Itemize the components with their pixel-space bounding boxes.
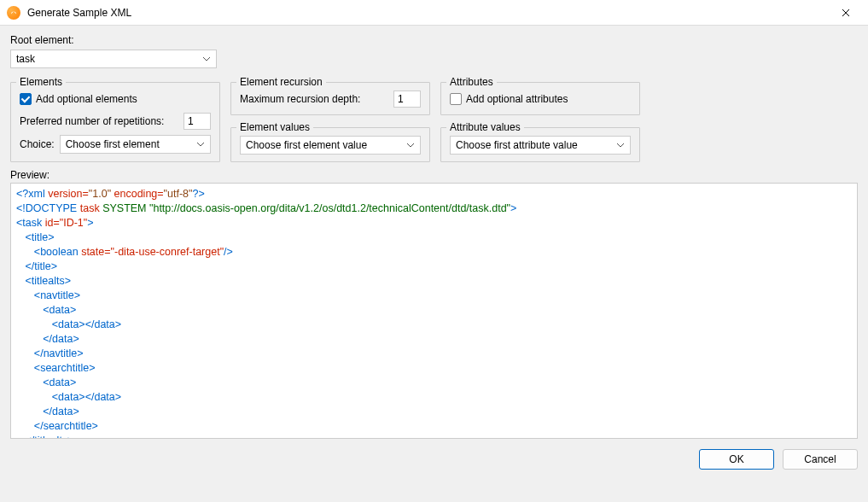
add-optional-attributes-label: Add optional attributes [466,93,568,105]
preferred-repetitions-label: Preferred number of repetitions: [20,115,164,127]
root-element-label: Root element: [10,34,858,46]
window-title: Generate Sample XML [27,7,830,19]
ok-button-label: OK [729,453,743,465]
element-values-value: Choose first element value [246,139,367,151]
close-button[interactable] [830,1,861,25]
root-element-value: task [16,53,35,65]
element-recursion-group: Element recursion Maximum recursion dept… [230,82,430,115]
element-recursion-legend: Element recursion [236,76,326,88]
titlebar: Generate Sample XML [0,0,868,26]
choice-combo[interactable]: Choose first element [60,135,211,154]
elements-group: Elements Add optional elements Preferred… [10,82,220,162]
add-optional-attributes-checkbox[interactable] [450,93,462,105]
element-values-legend: Element values [236,121,313,133]
max-recursion-label: Maximum recursion depth: [240,93,360,105]
element-values-group: Element values Choose first element valu… [230,127,430,162]
ok-button[interactable]: OK [699,449,774,470]
preview-label: Preview: [10,169,858,181]
preview-box[interactable]: <?xml version="1.0" encoding="utf-8"?> <… [10,183,858,439]
chevron-down-icon [616,141,625,149]
attributes-group: Attributes Add optional attributes [440,82,640,115]
choice-label: Choice: [20,138,55,150]
attributes-legend: Attributes [446,76,497,88]
element-values-combo[interactable]: Choose first element value [240,136,421,155]
preferred-repetitions-input[interactable] [184,113,211,130]
attribute-values-value: Choose first attribute value [456,139,578,151]
max-recursion-input[interactable] [393,90,421,108]
elements-legend: Elements [16,76,66,88]
root-element-combo[interactable]: task [10,50,217,68]
attribute-values-legend: Attribute values [446,121,524,133]
add-optional-elements-label: Add optional elements [36,93,137,105]
choice-value: Choose first element [66,138,160,150]
chevron-down-icon [406,141,415,149]
chevron-down-icon [202,55,211,63]
app-icon [7,6,20,20]
cancel-button-label: Cancel [804,453,836,465]
attribute-values-group: Attribute values Choose first attribute … [440,127,640,162]
chevron-down-icon [196,140,205,149]
add-optional-elements-checkbox[interactable] [20,93,32,105]
cancel-button[interactable]: Cancel [783,449,858,470]
attribute-values-combo[interactable]: Choose first attribute value [450,136,631,155]
